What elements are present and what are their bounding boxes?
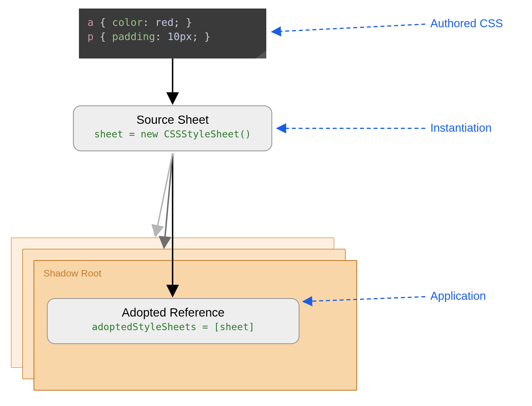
source-sheet-title: Source Sheet	[74, 113, 271, 127]
annotation-instantiation: Instantiation	[430, 122, 492, 134]
adopted-reference-code: adoptedStyleSheets = [sheet]	[48, 321, 299, 332]
code-line-2: p { padding: 10px; }	[87, 30, 258, 44]
arrow-source-to-shadow-3	[156, 153, 173, 236]
selector-p: p	[87, 31, 94, 42]
adopted-reference-box: Adopted Reference adoptedStyleSheets = […	[47, 298, 299, 344]
value-10px: 10px	[167, 31, 192, 42]
code-line-1: a { color: red; }	[87, 15, 258, 30]
diagram-container: a { color: red; } p { padding: 10px; } S…	[0, 0, 532, 406]
annotation-application: Application	[430, 290, 486, 302]
value-red: red	[155, 16, 173, 28]
selector-a: a	[87, 16, 94, 28]
shadow-root-label: Shadow Root	[43, 268, 347, 279]
source-sheet-code: sheet = new CSSStyleSheet()	[74, 128, 271, 140]
source-sheet-box: Source Sheet sheet = new CSSStyleSheet()	[73, 105, 272, 151]
property-padding: padding	[112, 31, 155, 42]
annotation-authored-css: Authored CSS	[430, 17, 503, 30]
arrow-ann-authored	[273, 24, 425, 32]
adopted-reference-title: Adopted Reference	[48, 306, 299, 319]
property-color: color	[112, 16, 143, 28]
arrow-source-to-shadow-2	[164, 153, 173, 247]
authored-css-code-block: a { color: red; } p { padding: 10px; }	[79, 9, 266, 58]
